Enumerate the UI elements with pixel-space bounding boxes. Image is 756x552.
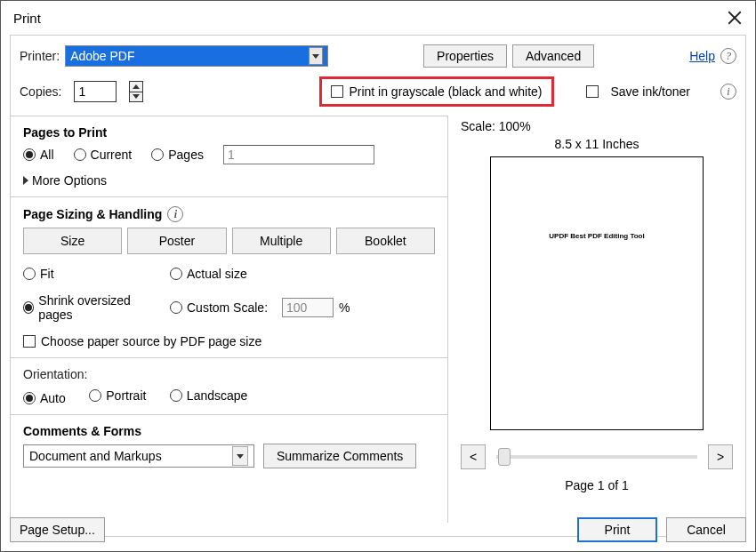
- summarize-comments-button[interactable]: Summarize Comments: [263, 444, 416, 468]
- window-title: Print: [13, 11, 41, 26]
- advanced-button[interactable]: Advanced: [512, 44, 594, 68]
- radio-all[interactable]: All: [23, 148, 54, 162]
- preview-scale: Scale: 100%: [461, 119, 733, 133]
- percent-label: %: [339, 300, 350, 315]
- radio-current[interactable]: Current: [74, 148, 133, 162]
- paper-source-checkbox[interactable]: [23, 335, 36, 348]
- custom-scale-input[interactable]: [282, 298, 334, 317]
- print-preview: UPDF Best PDF Editing Tool: [490, 156, 704, 430]
- properties-button[interactable]: Properties: [423, 44, 507, 68]
- radio-landscape[interactable]: Landscape: [170, 388, 248, 403]
- radio-auto[interactable]: Auto: [23, 391, 66, 405]
- close-icon[interactable]: [727, 10, 743, 26]
- spinner-up-icon[interactable]: [130, 82, 142, 92]
- chevron-right-icon: [23, 176, 28, 185]
- chevron-down-icon: [232, 446, 248, 466]
- preview-slider[interactable]: [496, 455, 697, 459]
- more-options-toggle[interactable]: More Options: [23, 173, 435, 188]
- slider-knob[interactable]: [498, 448, 511, 466]
- chevron-down-icon: [309, 47, 323, 65]
- printer-label: Printer:: [20, 49, 60, 63]
- copies-input[interactable]: [74, 81, 117, 102]
- print-button[interactable]: Print: [577, 517, 657, 542]
- radio-portrait[interactable]: Portrait: [89, 388, 146, 403]
- preview-dimensions: 8.5 x 11 Inches: [461, 137, 733, 151]
- copies-spinner[interactable]: [129, 81, 143, 102]
- grayscale-checkbox[interactable]: [331, 85, 343, 98]
- radio-pages[interactable]: Pages: [151, 148, 204, 162]
- save-ink-checkbox[interactable]: [586, 85, 599, 98]
- pages-to-print-header: Pages to Print: [23, 125, 435, 140]
- comments-selected-value: Document and Markups: [29, 449, 162, 463]
- copies-label: Copies:: [20, 84, 61, 99]
- save-ink-label: Save ink/toner: [611, 84, 691, 99]
- tab-size[interactable]: Size: [23, 228, 122, 254]
- save-ink-info-icon[interactable]: i: [720, 84, 736, 100]
- pages-range-input[interactable]: [223, 145, 374, 164]
- spinner-down-icon[interactable]: [130, 92, 142, 102]
- cancel-button[interactable]: Cancel: [666, 517, 746, 542]
- tab-multiple[interactable]: Multiple: [232, 228, 331, 254]
- radio-fit[interactable]: Fit: [23, 267, 150, 281]
- radio-actual-size[interactable]: Actual size: [170, 267, 415, 281]
- tab-booklet[interactable]: Booklet: [336, 228, 435, 254]
- grayscale-highlight-box: Print in grayscale (black and white): [319, 76, 553, 107]
- grayscale-label: Print in grayscale (black and white): [349, 84, 542, 99]
- paper-source-label: Choose paper source by PDF page size: [41, 334, 261, 348]
- sizing-header: Page Sizing & Handling: [23, 207, 162, 221]
- orientation-header: Orientation:: [23, 367, 435, 381]
- printer-select[interactable]: Adobe PDF: [65, 45, 328, 67]
- preview-document-text: UPDF Best PDF Editing Tool: [549, 232, 644, 240]
- sizing-info-icon[interactable]: i: [167, 206, 183, 222]
- help-info-icon[interactable]: ?: [720, 48, 736, 64]
- help-link[interactable]: Help: [689, 49, 715, 63]
- tab-poster[interactable]: Poster: [127, 228, 226, 254]
- radio-shrink[interactable]: Shrink oversized pages: [23, 293, 150, 322]
- preview-next-button[interactable]: >: [708, 444, 733, 469]
- printer-selected-value: Adobe PDF: [70, 49, 134, 63]
- page-setup-button[interactable]: Page Setup...: [10, 517, 105, 542]
- comments-header: Comments & Forms: [23, 424, 435, 438]
- comments-select[interactable]: Document and Markups: [23, 444, 254, 468]
- preview-prev-button[interactable]: <: [461, 444, 486, 469]
- page-indicator: Page 1 of 1: [461, 478, 733, 492]
- radio-custom-scale[interactable]: Custom Scale:: [170, 300, 268, 315]
